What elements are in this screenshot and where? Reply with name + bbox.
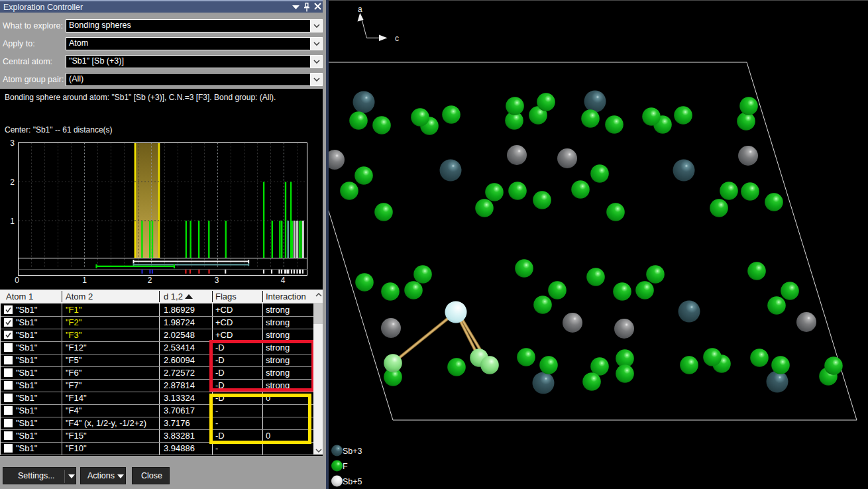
svg-text:2: 2 [10, 178, 15, 187]
svg-text:Center: "Sb1" -- 61 distance(s: Center: "Sb1" -- 61 distance(s) [5, 125, 113, 135]
svg-text:3: 3 [10, 138, 15, 148]
svg-text:Sb+3: Sb+3 [343, 447, 362, 456]
svg-text:Sb+5: Sb+5 [343, 477, 362, 486]
svg-text:Bonding sphere around atom: "S: Bonding sphere around atom: "Sb1" [Sb (+… [5, 93, 276, 102]
svg-text:3: 3 [215, 276, 219, 285]
svg-text:2: 2 [148, 276, 152, 285]
svg-text:a: a [358, 5, 362, 14]
svg-text:F: F [343, 462, 348, 471]
svg-text:1: 1 [10, 217, 15, 226]
svg-text:0: 0 [15, 276, 19, 285]
svg-text:4: 4 [281, 276, 286, 285]
svg-text:c: c [395, 34, 399, 43]
svg-text:1: 1 [82, 276, 87, 285]
